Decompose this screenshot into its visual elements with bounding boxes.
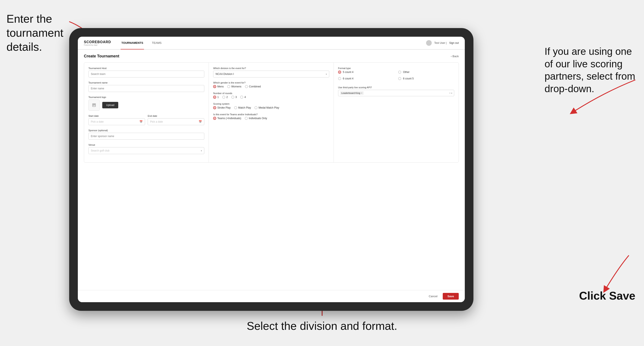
gender-radio-group: Mens Womens Combined [213,85,329,88]
tournament-host-field: Tournament Host [88,67,204,77]
gender-combined-radio[interactable] [245,85,248,88]
format-6count4-radio[interactable] [338,77,341,80]
start-date-field: Start date Pick a date 📅 [88,115,145,125]
teams-plus[interactable]: Teams (+Individuals) [213,117,241,120]
scoring-stroke-radio[interactable] [213,106,216,109]
format-type-field: Format type 5 count 4 Other [338,67,454,82]
tournament-name-label: Tournament name [88,81,204,84]
rounds-2[interactable]: 2 [222,96,228,99]
tablet: SCOREBOARD Powered by clippi TOURNAMENTS… [69,28,474,311]
format-type-label: Format type [338,67,454,69]
start-date-input[interactable]: Pick a date 📅 [88,118,145,125]
user-label: Test User | [434,41,447,44]
format-6count5[interactable]: 6 count 5 [398,77,454,80]
rounds-3[interactable]: 3 [231,96,237,99]
gender-mens[interactable]: Mens [213,85,224,88]
scoring-stroke[interactable]: Stroke Play [213,106,230,109]
rounds-4-radio[interactable] [240,96,243,99]
scoring-field: Scoring system Stroke Play Match Play [213,103,329,109]
division-chevron-icon: ▾ [326,73,327,75]
nav-item-teams[interactable]: TEAMS [151,37,162,49]
rounds-4[interactable]: 4 [240,96,246,99]
annotation-bottomright: Click Save [579,289,635,303]
back-link[interactable]: Back [451,55,459,58]
venue-chevron-icon: ▾ [201,150,202,152]
format-other[interactable]: Other [398,71,454,74]
tournament-name-input[interactable] [88,85,204,92]
form-col-1: Tournament Host Tournament name Tourname… [84,63,209,162]
end-date-label: End date [148,115,204,117]
tournament-logo-label: Tournament logo [88,96,204,98]
gender-combined[interactable]: Combined [245,85,261,88]
format-5count4-radio[interactable] [338,71,341,74]
division-label: Which division is the event for? [213,67,329,69]
rounds-1[interactable]: 1 [213,96,219,99]
signout-link[interactable]: Sign out [449,41,459,44]
venue-dropdown[interactable]: Search golf club ▾ [88,147,204,154]
annotation-topleft: Enter the tournament details. [6,12,74,54]
teams-label: Is this event for Teams and/or Individua… [213,113,329,116]
live-scoring-label: Use third-party live scoring API? [338,86,454,89]
live-scoring-field: Use third-party live scoring API? Leader… [338,86,454,96]
save-button[interactable]: Save [443,293,459,300]
tag-close-icon[interactable]: × [361,92,362,94]
tournament-host-input[interactable] [88,71,204,77]
tournament-name-field: Tournament name [88,81,204,92]
venue-placeholder: Search golf club [91,149,110,152]
teams-plus-radio[interactable] [213,117,216,120]
nav-item-tournaments[interactable]: TOURNAMENTS [121,37,144,49]
page-header: Create Tournament Back [84,54,459,58]
date-row: Start date Pick a date 📅 End date Pick a… [88,115,204,125]
rounds-2-radio[interactable] [222,96,225,99]
calendar-icon-start: 📅 [140,120,143,123]
rounds-3-radio[interactable] [231,96,234,99]
nav-bar: SCOREBOARD Powered by clippi TOURNAMENTS… [78,37,465,50]
nav-right: Test User | Sign out [426,40,459,46]
format-other-radio[interactable] [398,71,401,74]
page-title: Create Tournament [84,54,119,58]
gender-womens[interactable]: Womens [227,85,242,88]
individuals-only-radio[interactable] [245,117,248,120]
format-options-grid: 5 count 4 Other 6 count 4 [338,71,454,82]
image-icon [92,103,96,108]
cancel-button[interactable]: Cancel [426,293,440,300]
division-value: NCAA Division I [216,73,234,76]
sponsor-field: Sponsor (optional) [88,129,204,140]
format-6count5-radio[interactable] [398,77,401,80]
individuals-only[interactable]: Individuals Only [245,117,267,120]
avatar [426,40,432,46]
annotation-topright: If you are using one of our live scoring… [544,45,640,95]
format-6count4[interactable]: 6 count 4 [338,77,394,80]
scoring-medal-match[interactable]: Medal Match Play [254,106,279,109]
scoring-medal-match-radio[interactable] [254,106,258,109]
logo-text: SCOREBOARD [84,40,111,44]
form-grid: Tournament Host Tournament name Tourname… [84,62,459,163]
rounds-1-radio[interactable] [213,96,216,99]
form-footer: Cancel Save [78,290,465,302]
division-dropdown[interactable]: NCAA Division I ▾ [213,71,329,77]
end-date-input[interactable]: Pick a date 📅 [148,118,204,125]
annotation-bottomcenter: Select the division and format. [247,319,397,333]
upload-button[interactable]: Upload [102,102,118,108]
gender-womens-radio[interactable] [227,85,230,88]
gender-field: Which gender is the event for? Mens Wome… [213,81,329,88]
form-col-3: Format type 5 count 4 Other [334,63,458,162]
teams-field: Is this event for Teams and/or Individua… [213,113,329,120]
form-col-2: Which division is the event for? NCAA Di… [209,63,334,162]
scoring-match-radio[interactable] [234,106,237,109]
format-5count4[interactable]: 5 count 4 [338,71,394,74]
gender-mens-radio[interactable] [213,85,216,88]
logo-placeholder [88,100,100,111]
live-scoring-controls: × ▾ [449,92,452,94]
live-scoring-dropdown[interactable]: Leaderboard King × × ▾ [338,90,454,96]
logo-upload-area: Upload [88,100,204,111]
scoring-radio-group: Stroke Play Match Play Medal Match Play [213,106,329,109]
division-field: Which division is the event for? NCAA Di… [213,67,329,77]
rounds-radio-group: 1 2 3 4 [213,96,329,99]
scoring-match[interactable]: Match Play [234,106,251,109]
end-date-field: End date Pick a date 📅 [148,115,204,125]
gender-label: Which gender is the event for? [213,81,329,84]
page-content: Create Tournament Back Tournament Host T… [78,50,465,290]
logo-area: SCOREBOARD Powered by clippi [84,40,111,46]
sponsor-input[interactable] [88,133,204,140]
